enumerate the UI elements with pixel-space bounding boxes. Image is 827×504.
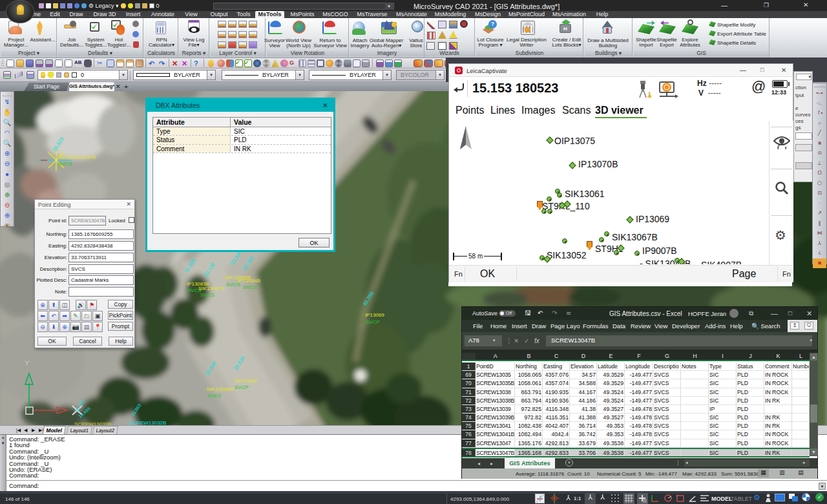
svg-text:!: !: [648, 92, 650, 98]
svg-text:IP13069: IP13069: [636, 214, 669, 224]
svg-text:SIK13067B: SIK13067B: [612, 232, 658, 242]
svg-text:OIP13075: OIP13075: [554, 136, 595, 146]
svg-text:IP9007B: IP9007B: [642, 246, 677, 256]
svg-text:SIK13061: SIK13061: [565, 189, 605, 199]
svg-text:SIK4007B: SIK4007B: [701, 260, 742, 264]
svg-text:IP13070B: IP13070B: [578, 159, 618, 169]
svg-text:SIK13052: SIK13052: [547, 250, 587, 260]
